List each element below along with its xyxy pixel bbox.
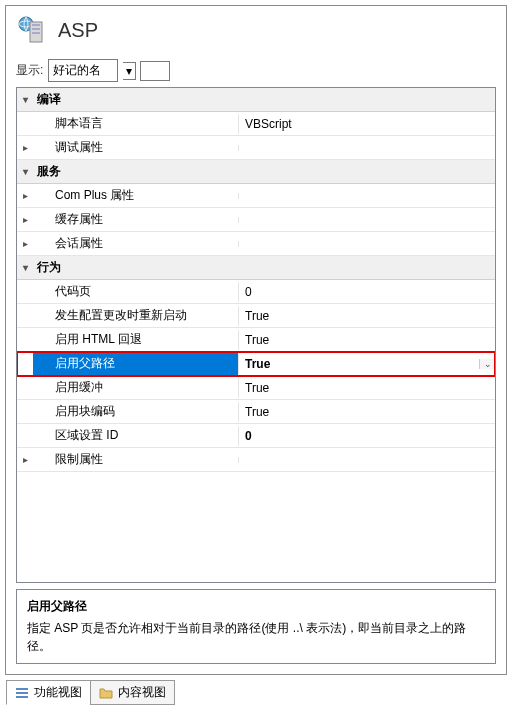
property-value[interactable]: True xyxy=(238,402,495,422)
property-row[interactable]: 脚本语言 VBScript xyxy=(17,112,495,136)
filter-extra-box[interactable] xyxy=(140,61,170,81)
property-label: 调试属性 xyxy=(33,136,238,159)
property-label: Com Plus 属性 xyxy=(33,184,238,207)
property-value[interactable]: True xyxy=(238,306,495,326)
property-value[interactable]: True xyxy=(238,354,479,374)
property-value xyxy=(238,457,495,463)
tab-content-view[interactable]: 内容视图 xyxy=(90,680,175,705)
group-header-compile[interactable]: ▾ 编译 xyxy=(17,88,495,112)
property-grid: ▾ 编译 脚本语言 VBScript ▸ 调试属性 ▾ 服务 ▸ Com Plu… xyxy=(16,87,496,583)
svg-rect-5 xyxy=(32,32,40,34)
property-label: 启用 HTML 回退 xyxy=(33,328,238,351)
property-label: 启用缓冲 xyxy=(33,376,238,399)
property-value[interactable]: True xyxy=(238,330,495,350)
page-title: ASP xyxy=(58,19,98,42)
chevron-down-icon[interactable]: ⌄ xyxy=(479,359,495,369)
property-row[interactable]: 启用块编码 True xyxy=(17,400,495,424)
property-label: 区域设置 ID xyxy=(33,424,238,447)
property-label: 发生配置更改时重新启动 xyxy=(33,304,238,327)
folder-icon xyxy=(99,686,113,700)
property-label: 会话属性 xyxy=(33,232,238,255)
property-row[interactable]: 发生配置更改时重新启动 True xyxy=(17,304,495,328)
svg-rect-6 xyxy=(16,688,28,690)
group-label: 服务 xyxy=(33,160,238,183)
property-label: 启用父路径 xyxy=(33,352,238,375)
chevron-right-icon[interactable]: ▸ xyxy=(17,190,33,201)
property-row[interactable]: 启用缓冲 True xyxy=(17,376,495,400)
asp-icon xyxy=(16,14,48,46)
property-value[interactable]: 0 xyxy=(238,426,495,446)
property-label: 脚本语言 xyxy=(33,112,238,135)
filter-dropdown-button[interactable]: ▾ xyxy=(123,62,136,80)
description-panel: 启用父路径 指定 ASP 页是否允许相对于当前目录的路径(使用 ..\ 表示法)… xyxy=(16,589,496,664)
property-value xyxy=(238,241,495,247)
chevron-right-icon[interactable]: ▸ xyxy=(17,454,33,465)
property-row[interactable]: 区域设置 ID 0 xyxy=(17,424,495,448)
property-label: 限制属性 xyxy=(33,448,238,471)
description-text: 指定 ASP 页是否允许相对于当前目录的路径(使用 ..\ 表示法)，即当前目录… xyxy=(27,619,485,655)
property-value[interactable]: 0 xyxy=(238,282,495,302)
chevron-right-icon[interactable]: ▸ xyxy=(17,142,33,153)
view-tabs: 功能视图 内容视图 xyxy=(6,680,506,705)
property-value xyxy=(238,145,495,151)
svg-rect-4 xyxy=(32,28,40,30)
chevron-down-icon[interactable]: ▾ xyxy=(17,94,33,105)
svg-rect-3 xyxy=(32,24,40,26)
property-row[interactable]: ▸ Com Plus 属性 xyxy=(17,184,495,208)
property-value[interactable]: True xyxy=(238,378,495,398)
group-label: 编译 xyxy=(33,88,238,111)
property-label: 启用块编码 xyxy=(33,400,238,423)
chevron-down-icon[interactable]: ▾ xyxy=(17,262,33,273)
svg-rect-8 xyxy=(16,696,28,698)
property-row[interactable]: ▸ 调试属性 xyxy=(17,136,495,160)
group-header-service[interactable]: ▾ 服务 xyxy=(17,160,495,184)
chevron-right-icon[interactable]: ▸ xyxy=(17,214,33,225)
group-label: 行为 xyxy=(33,256,238,279)
chevron-down-icon[interactable]: ▾ xyxy=(17,166,33,177)
property-label: 缓存属性 xyxy=(33,208,238,231)
group-header-behavior[interactable]: ▾ 行为 xyxy=(17,256,495,280)
property-value xyxy=(238,193,495,199)
property-row[interactable]: 启用 HTML 回退 True xyxy=(17,328,495,352)
property-row[interactable]: ▸ 缓存属性 xyxy=(17,208,495,232)
property-row[interactable]: ▸ 限制属性 xyxy=(17,448,495,472)
filter-select[interactable]: 好记的名 xyxy=(48,59,118,82)
list-icon xyxy=(15,686,29,700)
property-value[interactable]: VBScript xyxy=(238,114,495,134)
svg-rect-7 xyxy=(16,692,28,694)
tab-label: 内容视图 xyxy=(118,684,166,701)
filter-label: 显示: xyxy=(16,62,43,79)
property-row-enable-parent-paths[interactable]: 启用父路径 True ⌄ xyxy=(17,352,495,376)
filter-bar: 显示: 好记的名▾ xyxy=(6,54,506,87)
description-title: 启用父路径 xyxy=(27,598,485,615)
tab-label: 功能视图 xyxy=(34,684,82,701)
property-row[interactable]: 代码页 0 xyxy=(17,280,495,304)
property-row[interactable]: ▸ 会话属性 xyxy=(17,232,495,256)
property-value xyxy=(238,217,495,223)
tab-feature-view[interactable]: 功能视图 xyxy=(6,680,91,705)
chevron-right-icon[interactable]: ▸ xyxy=(17,238,33,249)
property-label: 代码页 xyxy=(33,280,238,303)
page-header: ASP xyxy=(6,6,506,54)
